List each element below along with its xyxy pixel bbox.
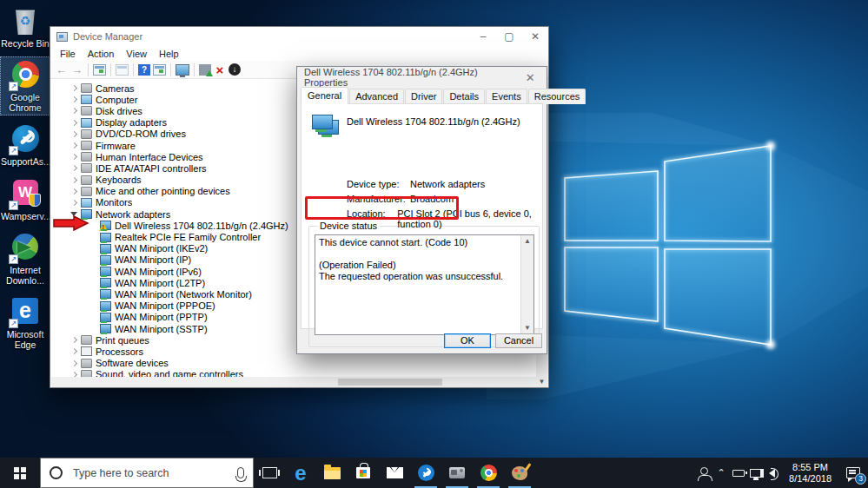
console-window-icon[interactable] [93, 64, 106, 76]
desktop-icon-google-chrome[interactable]: ↗ Google Chrome [0, 56, 50, 115]
taskbar-edge-icon[interactable]: e [285, 458, 316, 488]
chevron-collapsed-icon[interactable] [69, 201, 79, 205]
update-driver-icon[interactable] [199, 64, 211, 76]
taskbar-search-box[interactable]: Type here to search [40, 458, 254, 488]
annotation-highlight-box [305, 196, 459, 220]
chevron-collapsed-icon[interactable] [69, 86, 79, 90]
taskbar-store-icon[interactable] [348, 458, 379, 488]
menu-action[interactable]: Action [82, 48, 121, 60]
volume-icon[interactable] [765, 458, 782, 488]
forward-icon[interactable]: → [70, 63, 83, 76]
uninstall-device-icon[interactable]: × [214, 64, 226, 76]
chevron-collapsed-icon[interactable] [69, 178, 79, 182]
desktop-icon-microsoft-edge[interactable]: ↗ Microsoft Edge [0, 293, 50, 353]
scroll-up-icon[interactable]: ▲ [521, 235, 533, 247]
network-adapter-icon [100, 324, 111, 333]
taskbar-mail-icon[interactable] [379, 458, 410, 488]
menu-help[interactable]: Help [153, 48, 185, 60]
maximize-button[interactable]: ▢ [496, 27, 522, 46]
tree-item-label: Keyboards [96, 175, 142, 185]
annotation-arrow-icon [53, 215, 89, 231]
chevron-collapsed-icon[interactable] [69, 109, 79, 113]
tab-driver[interactable]: Driver [405, 89, 442, 104]
tree-item-label: WAN Miniport (PPPOE) [115, 300, 215, 311]
desktop-icon-internet-download-manager[interactable]: ↗ Internet Downlo... [0, 229, 50, 288]
network-adapter-warning-icon [100, 221, 111, 230]
network-adapter-icon [100, 233, 111, 242]
back-icon[interactable]: ← [55, 63, 68, 76]
close-button[interactable]: ✕ [522, 27, 548, 46]
device-manager-app-icon [56, 32, 68, 42]
toolbar-separator [170, 63, 171, 76]
chevron-up-icon[interactable]: ⌃ [712, 458, 730, 488]
disable-device-icon[interactable]: ↓ [229, 63, 241, 76]
tab-events[interactable]: Events [486, 89, 527, 104]
status-scrollbar[interactable]: ▲ ▼ [520, 235, 533, 334]
chevron-collapsed-icon[interactable] [69, 132, 79, 136]
device-status-textbox[interactable]: This device cannot start. (Code 10) (Ope… [315, 234, 534, 335]
chevron-collapsed-icon[interactable] [69, 338, 79, 342]
tab-resources[interactable]: Resources [528, 89, 586, 104]
chevron-collapsed-icon[interactable] [69, 97, 79, 102]
horizontal-scrollbar[interactable] [51, 377, 536, 387]
taskbar-device-manager-icon[interactable] [441, 458, 473, 488]
dialog-titlebar[interactable]: Dell Wireless 1704 802.11b/g/n (2.4GHz) … [297, 67, 547, 88]
help-icon[interactable]: ? [138, 64, 150, 76]
scroll-down-icon[interactable]: ▼ [536, 376, 547, 387]
power-icon[interactable] [730, 458, 747, 488]
desktop-icon-recycle-bin[interactable]: Recycle Bin [0, 3, 50, 51]
tree-item-label: Human Interface Devices [96, 152, 203, 162]
minimize-button[interactable]: – [470, 27, 496, 46]
dialog-close-icon[interactable]: ✕ [520, 71, 540, 84]
chevron-collapsed-icon[interactable] [69, 189, 79, 194]
tab-advanced[interactable]: Advanced [349, 89, 404, 104]
clock-date: 8/14/2018 [789, 473, 832, 485]
tree-item-sound-video-and-game-controllers[interactable]: Sound, video and game controllers [51, 369, 538, 377]
software-device-icon [81, 359, 92, 368]
start-button[interactable] [0, 458, 40, 488]
clock-time: 8:55 PM [789, 462, 832, 473]
chevron-collapsed-icon[interactable] [69, 349, 79, 353]
keyboard-icon [81, 175, 92, 185]
chevron-collapsed-icon[interactable] [69, 361, 79, 366]
properties-window-icon[interactable] [153, 64, 166, 76]
desktop-icon-label: Google Chrome [1, 92, 50, 113]
export-list-icon[interactable] [116, 64, 129, 76]
toolbar-separator [110, 63, 111, 76]
taskbar-clock[interactable]: 8:55 PM 8/14/2018 [782, 462, 838, 485]
tree-item-software-devices[interactable]: Software devices [51, 358, 538, 369]
network-adapter-icon-large [312, 115, 341, 137]
desktop-icon-label: Recycle Bin [1, 38, 50, 49]
desktop-icon-wampserver[interactable]: ↗ Wampserv... [0, 175, 50, 224]
dvd-drive-icon [81, 129, 92, 139]
tab-general[interactable]: General [301, 87, 348, 104]
taskbar-supportassist-icon[interactable] [410, 458, 441, 488]
chevron-collapsed-icon[interactable] [69, 155, 79, 159]
shortcut-arrow-icon: ↗ [9, 319, 18, 328]
chevron-collapsed-icon[interactable] [69, 121, 79, 125]
chevron-collapsed-icon[interactable] [69, 166, 79, 170]
scrollbar-thumb[interactable] [338, 379, 442, 386]
people-icon[interactable] [695, 458, 712, 488]
tree-item-label: Dell Wireless 1704 802.11b/g/n (2.4GHz) [115, 221, 288, 231]
action-center-button[interactable]: 3 [838, 458, 868, 488]
taskbar-paint-icon[interactable] [504, 458, 535, 488]
paint-glyph [512, 466, 527, 480]
microphone-icon[interactable] [237, 467, 244, 478]
chevron-collapsed-icon[interactable] [69, 143, 79, 148]
menu-file[interactable]: File [54, 48, 82, 60]
taskbar-task-view-icon[interactable] [254, 458, 285, 488]
tree-item-label: WAN Miniport (L2TP) [115, 278, 205, 288]
tab-details[interactable]: Details [443, 89, 485, 104]
tree-item-label: IDE ATA/ATAPI controllers [96, 163, 207, 174]
device-manager-titlebar[interactable]: Device Manager – ▢ ✕ [50, 27, 548, 46]
computer-icon[interactable] [176, 64, 189, 76]
taskbar-chrome-icon[interactable] [473, 458, 504, 488]
desktop-icon-supportassist[interactable]: ↗ SupportAs... [0, 121, 50, 169]
menu-view[interactable]: View [120, 48, 153, 60]
taskbar-file-explorer-icon[interactable] [316, 458, 348, 488]
ok-button[interactable]: OK [444, 333, 491, 348]
network-adapter-icon [100, 313, 111, 322]
cancel-button[interactable]: Cancel [495, 333, 542, 348]
window-title: Device Manager [73, 31, 142, 42]
